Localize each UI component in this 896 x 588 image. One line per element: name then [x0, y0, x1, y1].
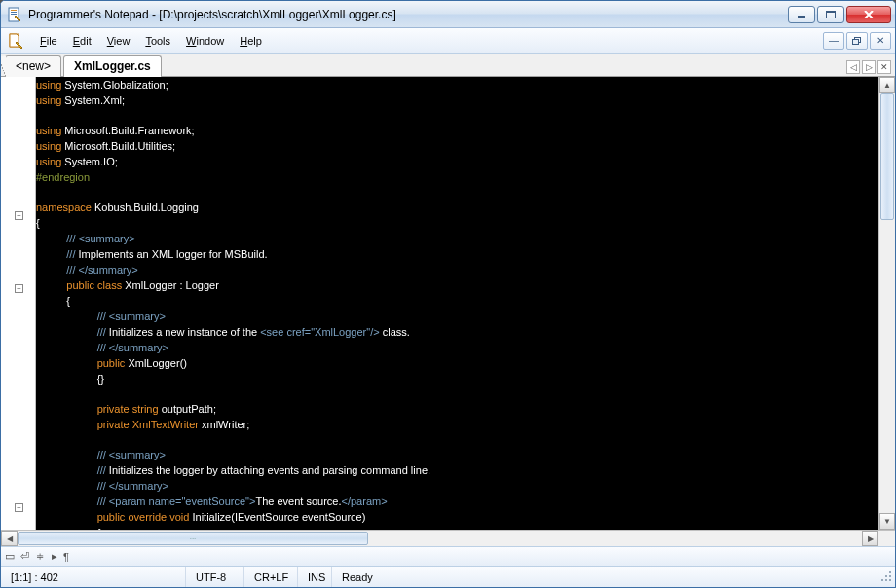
app-window: Programmer's Notepad - [D:\projects\scra… — [0, 0, 896, 588]
scroll-thumb-v[interactable] — [880, 93, 894, 220]
status-message: Ready — [332, 567, 877, 587]
svg-rect-12 — [889, 575, 891, 577]
close-button[interactable] — [846, 6, 891, 23]
svg-rect-9 — [853, 39, 859, 44]
new-document-icon[interactable] — [5, 31, 26, 51]
minimize-button[interactable] — [788, 6, 815, 23]
status-insert-mode[interactable]: INS — [298, 567, 332, 587]
window-controls — [788, 6, 891, 23]
svg-rect-10 — [889, 571, 891, 573]
svg-rect-15 — [889, 579, 891, 581]
vertical-scrollbar[interactable]: ▲ ▼ — [878, 77, 895, 530]
svg-rect-6 — [826, 11, 836, 13]
menu-help[interactable]: Help — [232, 31, 270, 51]
scroll-left-icon[interactable]: ◀ — [1, 531, 18, 546]
editor: −−− using System.Globalization; using Sy… — [1, 77, 895, 530]
pilcrow-icon[interactable]: ¶ — [63, 551, 69, 563]
tab-close-icon[interactable]: ✕ — [877, 60, 891, 74]
status-eol[interactable]: CR+LF — [244, 567, 298, 587]
svg-rect-1 — [11, 10, 17, 11]
status-position: [1:1] : 402 — [1, 567, 186, 587]
statusbar: [1:1] : 402 UTF-8 CR+LF INS Ready — [1, 566, 895, 587]
app-icon — [7, 7, 22, 22]
svg-rect-4 — [798, 16, 805, 18]
view-toolbar: ▭ ⏎ ⫩ ▸ ¶ — [1, 546, 895, 566]
menu-window[interactable]: Window — [178, 31, 232, 51]
svg-rect-13 — [881, 579, 883, 581]
scroll-right-icon[interactable]: ▶ — [862, 531, 878, 546]
svg-rect-14 — [885, 579, 887, 581]
menu-tools[interactable]: Tools — [137, 31, 178, 51]
horizontal-scrollbar[interactable]: ◀ ··· ▶ — [1, 530, 895, 546]
scroll-up-icon[interactable]: ▲ — [879, 77, 895, 93]
fold-toggle-icon[interactable]: − — [15, 211, 23, 220]
scroll-down-icon[interactable]: ▼ — [879, 513, 895, 530]
whitespace-icon[interactable]: ⫩ — [35, 551, 46, 563]
titlebar[interactable]: Programmer's Notepad - [D:\projects\scra… — [1, 1, 895, 28]
menu-view[interactable]: View — [99, 31, 138, 51]
line-endings-icon[interactable]: ▸ — [52, 550, 57, 563]
status-encoding[interactable]: UTF-8 — [186, 567, 244, 587]
window-title: Programmer's Notepad - [D:\projects\scra… — [28, 8, 788, 21]
tab-xmllogger[interactable]: XmlLogger.cs — [63, 55, 162, 77]
resize-grip[interactable] — [877, 570, 895, 585]
menubar: File Edit View Tools Window Help — ✕ — [1, 28, 895, 54]
tab-prev-icon[interactable]: ◁ — [846, 60, 860, 74]
tab-new[interactable]: <new> — [5, 55, 61, 77]
child-minimize-button[interactable]: — — [823, 32, 844, 50]
maximize-button[interactable] — [817, 6, 844, 23]
code-area[interactable]: using System.Globalization; using System… — [36, 77, 878, 530]
svg-rect-3 — [11, 14, 17, 15]
fold-toggle-icon[interactable]: − — [15, 284, 23, 293]
svg-rect-11 — [885, 575, 887, 577]
tab-bar: <new> XmlLogger.cs ◁ ▷ ✕ — [1, 54, 895, 77]
word-wrap-icon[interactable]: ⏎ — [20, 550, 29, 563]
menu-file[interactable]: File — [32, 31, 65, 51]
child-restore-button[interactable] — [846, 32, 868, 50]
scroll-thumb-h[interactable]: ··· — [18, 532, 368, 545]
bookmark-icon[interactable]: ▭ — [5, 550, 15, 563]
child-close-button[interactable]: ✕ — [870, 32, 891, 50]
fold-toggle-icon[interactable]: − — [15, 503, 23, 512]
tab-next-icon[interactable]: ▷ — [862, 60, 876, 74]
menu-edit[interactable]: Edit — [65, 31, 99, 51]
fold-gutter[interactable]: −−− — [1, 77, 36, 530]
svg-rect-2 — [11, 12, 17, 13]
